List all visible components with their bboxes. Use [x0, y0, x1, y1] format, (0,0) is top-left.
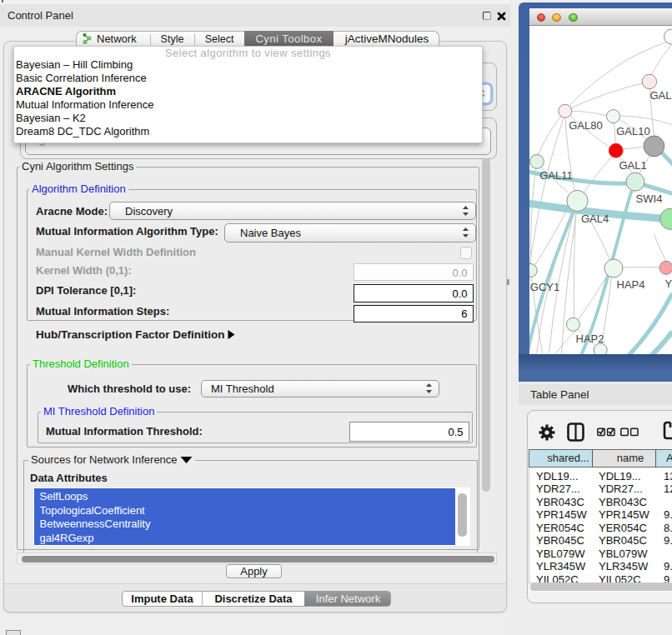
svg-text:GAL4: GAL4 [580, 212, 608, 225]
svg-text:GCY1: GCY1 [529, 281, 559, 293]
svg-text:HAP4: HAP4 [616, 278, 644, 291]
svg-text:GAL1: GAL1 [619, 159, 646, 172]
svg-text:GAL11: GAL11 [539, 169, 573, 182]
svg-text:SWI4: SWI4 [635, 192, 662, 205]
svg-text:HAP2: HAP2 [575, 332, 604, 345]
svg-text:GAL7: GAL7 [649, 89, 672, 102]
svg-text:GAL80: GAL80 [569, 119, 602, 132]
svg-text:Y: Y [664, 278, 672, 290]
svg-text:GAL10: GAL10 [616, 125, 649, 138]
